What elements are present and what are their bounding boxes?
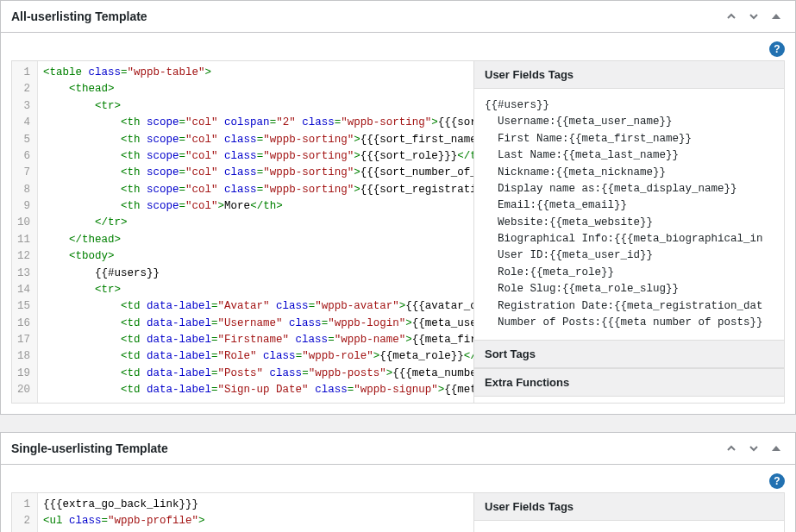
panel-body: ?12345{{{extra_go_back_link}}}<ul class=… (1, 465, 795, 533)
side-section-header[interactable]: Sort Tags (474, 340, 784, 368)
panel-controls (723, 440, 785, 457)
editor-row: 1234567891011121314151617181920<table cl… (11, 60, 785, 404)
code-editor[interactable]: 12345{{{extra_go_back_link}}}<ul class="… (12, 493, 473, 533)
move-up-button[interactable] (723, 440, 740, 457)
panel-header: All-userlisting Template (1, 1, 795, 33)
collapse-toggle-button[interactable] (768, 440, 785, 457)
move-down-button[interactable] (745, 8, 762, 25)
side-panel: User Fields Tags{{#users}} Username:{{me… (473, 61, 784, 403)
editor-row: 12345{{{extra_go_back_link}}}<ul class="… (11, 492, 785, 533)
side-section-header[interactable]: User Fields Tags (474, 493, 784, 521)
panel-controls (723, 8, 785, 25)
side-section-header[interactable]: Extra Functions (474, 368, 784, 397)
chevron-up-icon (724, 441, 738, 455)
line-gutter: 12345 (12, 493, 38, 533)
help-icon[interactable]: ? (769, 473, 785, 489)
panel-header: Single-userlisting Template (1, 433, 795, 465)
template-panel: Single-userlisting Template?12345{{{extr… (0, 432, 796, 533)
help-icon[interactable]: ? (769, 41, 785, 57)
svg-marker-1 (772, 446, 780, 451)
panel-body: ?1234567891011121314151617181920<table c… (1, 33, 795, 414)
triangle-up-icon (769, 9, 783, 23)
side-section-content: {{#users}} Username:{{meta_user_name}} F… (474, 89, 784, 340)
code-editor[interactable]: 1234567891011121314151617181920<table cl… (12, 61, 473, 403)
chevron-up-icon (724, 9, 738, 23)
panel-title: All-userlisting Template (11, 9, 147, 23)
side-section-header[interactable]: User Fields Tags (474, 61, 784, 89)
template-panel: All-userlisting Template?123456789101112… (0, 0, 796, 415)
code-lines[interactable]: <table class="wppb-table"> <thead> <tr> … (38, 61, 473, 403)
triangle-up-icon (769, 441, 783, 455)
move-down-button[interactable] (745, 440, 762, 457)
move-up-button[interactable] (723, 8, 740, 25)
svg-marker-0 (772, 14, 780, 19)
side-panel: User Fields TagsUsername:{{meta_user_nam… (473, 493, 784, 533)
panel-title: Single-userlisting Template (11, 441, 168, 455)
line-gutter: 1234567891011121314151617181920 (12, 61, 38, 403)
chevron-down-icon (747, 9, 761, 23)
chevron-down-icon (747, 441, 761, 455)
collapse-toggle-button[interactable] (768, 8, 785, 25)
code-lines[interactable]: {{{extra_go_back_link}}}<ul class="wppb-… (38, 493, 473, 533)
side-section-content: Username:{{meta_user_name}}First Name:{{… (474, 521, 784, 533)
